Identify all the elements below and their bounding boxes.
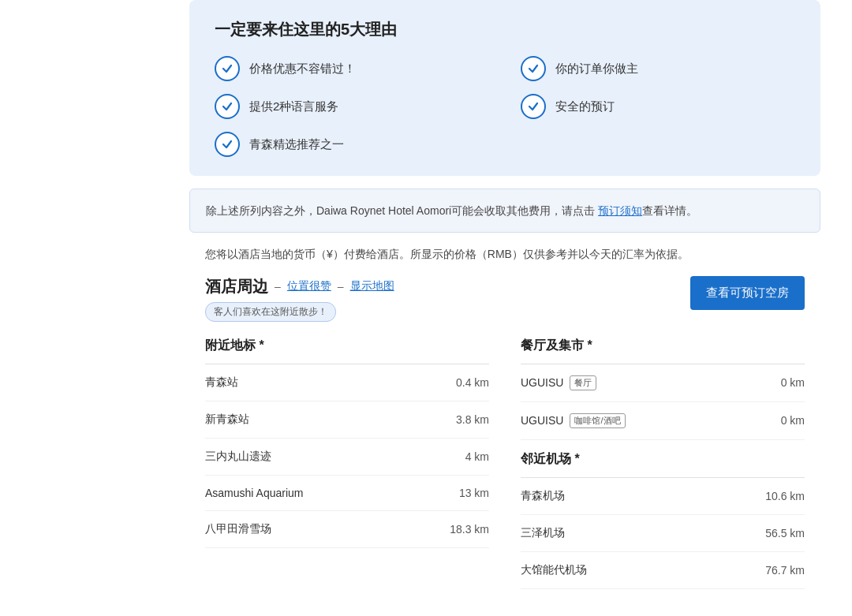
airport-row-odate: 大馆能代机场 76.7 km xyxy=(521,552,805,589)
restaurant-tag-1: 餐厅 xyxy=(570,375,596,390)
reason-text-1: 价格优惠不容错过！ xyxy=(249,62,356,77)
airports-col-title: 邻近机场 * xyxy=(521,440,805,478)
restaurants-airports-col: 餐厅及集市 * UGUISU 餐厅 0 km UGUISU 咖啡馆/酒吧 0 k… xyxy=(521,338,805,589)
reasons-grid: 价格优惠不容错过！ 你的订单你做主 提供2种语言服务 安全的预订 xyxy=(215,56,795,157)
separator1: – xyxy=(275,280,281,293)
reason-item-5: 青森精选推荐之一 xyxy=(215,132,489,157)
airport-row-aomori: 青森机场 10.6 km xyxy=(521,478,805,515)
reason-text-5: 青森精选推荐之一 xyxy=(249,137,344,152)
hotel-area-link-praise[interactable]: 位置很赞 xyxy=(287,279,331,293)
reason-item-3: 提供2种语言服务 xyxy=(215,94,489,119)
landmark-name-shin-aomori: 新青森站 xyxy=(205,413,249,427)
restaurant-row-uguisu-1: UGUISU 餐厅 0 km xyxy=(521,364,805,402)
restaurant-dist-uguisu-1: 0 km xyxy=(781,376,805,389)
notice-prefix: 除上述所列内容之外，Daiwa Roynet Hotel Aomori可能会收取… xyxy=(206,204,598,217)
reason-text-2: 你的订单你做主 xyxy=(555,62,638,77)
landmark-dist-aomori-station: 0.4 km xyxy=(456,376,489,389)
separator2: – xyxy=(338,280,344,293)
landmark-dist-shin-aomori: 3.8 km xyxy=(456,413,489,426)
reasons-section: 一定要来住这里的5大理由 价格优惠不容错过！ 你的订单你做主 提供2种 xyxy=(189,0,820,176)
check-circle-4 xyxy=(521,94,546,119)
restaurant-row-uguisu-2: UGUISU 咖啡馆/酒吧 0 km xyxy=(521,402,805,440)
landmarks-container: 附近地标 * 青森站 0.4 km 新青森站 3.8 km 三内丸山遗迹 4 k… xyxy=(189,338,820,589)
airport-name-misawa: 三泽机场 xyxy=(521,526,565,540)
airport-dist-aomori: 10.6 km xyxy=(765,490,805,502)
restaurant-name-uguisu-1: UGUISU 餐厅 xyxy=(521,375,596,390)
reason-text-4: 安全的预订 xyxy=(555,99,615,114)
hotel-area-title: 酒店周边 xyxy=(205,276,268,297)
notice-section: 除上述所列内容之外，Daiwa Roynet Hotel Aomori可能会收取… xyxy=(189,189,820,233)
landmark-name-sannai: 三内丸山遗迹 xyxy=(205,450,271,464)
check-circle-2 xyxy=(521,56,546,81)
landmarks-col-title: 附近地标 * xyxy=(205,338,489,364)
restaurants-col-title: 餐厅及集市 * xyxy=(521,338,805,364)
airport-row-misawa: 三泽机场 56.5 km xyxy=(521,515,805,552)
notice-link[interactable]: 预订须知 xyxy=(598,204,642,217)
landmark-name-aomori-station: 青森站 xyxy=(205,375,238,390)
reason-item-4: 安全的预订 xyxy=(521,94,795,119)
landmark-dist-aquarium: 13 km xyxy=(459,487,489,499)
walking-badge: 客人们喜欢在这附近散步！ xyxy=(205,302,336,322)
notice-suffix: 查看详情。 xyxy=(642,204,697,217)
reasons-title: 一定要来住这里的5大理由 xyxy=(215,19,795,40)
landmark-dist-ski: 18.3 km xyxy=(450,523,489,536)
reason-text-3: 提供2种语言服务 xyxy=(249,99,338,114)
airport-dist-misawa: 56.5 km xyxy=(765,527,805,539)
landmark-name-ski: 八甲田滑雪场 xyxy=(205,522,271,536)
landmark-name-aquarium: Asamushi Aquarium xyxy=(205,487,304,499)
currency-notice: 您将以酒店当地的货币（¥）付费给酒店。所显示的价格（RMB）仅供参考并以今天的汇… xyxy=(189,233,836,275)
landmarks-col: 附近地标 * 青森站 0.4 km 新青森站 3.8 km 三内丸山遗迹 4 k… xyxy=(205,338,489,589)
landmark-row-sannai: 三内丸山遗迹 4 km xyxy=(205,439,489,476)
reason-item-2: 你的订单你做主 xyxy=(521,56,795,81)
check-circle-1 xyxy=(215,56,240,81)
restaurant-name-uguisu-2: UGUISU 咖啡馆/酒吧 xyxy=(521,413,626,428)
airport-name-aomori: 青森机场 xyxy=(521,489,565,503)
landmark-row-aomori-station: 青森站 0.4 km xyxy=(205,364,489,401)
restaurant-tag-2: 咖啡馆/酒吧 xyxy=(570,413,625,428)
check-circle-3 xyxy=(215,94,240,119)
landmark-row-shin-aomori: 新青森站 3.8 km xyxy=(205,401,489,439)
landmark-dist-sannai: 4 km xyxy=(465,450,489,463)
landmark-row-ski: 八甲田滑雪场 18.3 km xyxy=(205,511,489,548)
landmark-row-aquarium: Asamushi Aquarium 13 km xyxy=(205,476,489,511)
book-button[interactable]: 查看可预订空房 xyxy=(690,276,805,310)
reason-item-1: 价格优惠不容错过！ xyxy=(215,56,489,81)
check-circle-5 xyxy=(215,132,240,157)
airport-name-odate: 大馆能代机场 xyxy=(521,563,587,577)
restaurant-dist-uguisu-2: 0 km xyxy=(781,414,805,427)
airport-dist-odate: 76.7 km xyxy=(765,564,805,577)
hotel-area-link-map[interactable]: 显示地图 xyxy=(350,279,394,293)
